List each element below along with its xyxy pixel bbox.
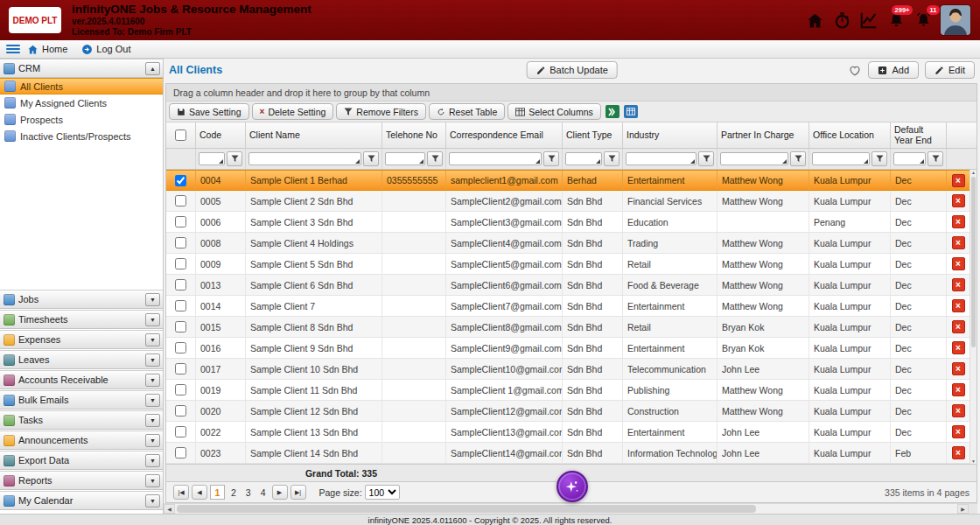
scroll-left-icon[interactable]: ◀ (164, 504, 175, 514)
delete-row-button[interactable]: × (952, 320, 965, 333)
column-header-name[interactable]: Client Name (246, 122, 382, 148)
table-row[interactable]: 0023Sample Client 14 Sdn BhdSampleClient… (166, 443, 976, 464)
filter-dropdown-icon[interactable] (219, 159, 223, 164)
column-header-partner[interactable]: Partner In Charge (718, 122, 809, 148)
row-checkbox[interactable] (175, 384, 186, 396)
row-checkbox[interactable] (175, 363, 186, 374)
row-checkbox[interactable] (175, 426, 186, 438)
excel-export-icon[interactable] (606, 105, 620, 118)
column-header-type[interactable]: Client Type (563, 122, 623, 148)
reset-table-button[interactable]: Reset Table (429, 103, 505, 120)
chevron-down-icon[interactable]: ▼ (145, 374, 160, 387)
sidebar-section-crm[interactable]: CRM ▲ (0, 59, 163, 78)
filter-dropdown-icon[interactable] (596, 159, 600, 164)
edit-button[interactable]: Edit (925, 61, 975, 79)
sidebar-item-prospects[interactable]: Prospects (0, 111, 163, 128)
sidebar-item-all-clients[interactable]: All Clients (0, 78, 163, 94)
table-row[interactable]: 0004Sample Client 1 Berhad0355555555samp… (166, 170, 976, 191)
row-checkbox[interactable] (175, 237, 186, 248)
table-row[interactable]: 0009Sample Client 5 Sdn BhdSampleClient5… (166, 254, 976, 275)
page-number-3[interactable]: 3 (242, 487, 255, 498)
sidebar-section-my-calendar[interactable]: My Calendar▼ (0, 491, 163, 510)
delete-row-button[interactable]: × (952, 425, 965, 438)
vertical-scrollbar[interactable]: ▲ ▼ (970, 170, 976, 464)
grid-export-icon[interactable] (624, 105, 638, 118)
page-size-select[interactable]: 100 (365, 485, 400, 500)
assistant-fab-button[interactable] (556, 471, 588, 502)
line-chart-icon[interactable] (858, 10, 879, 31)
scroll-down-icon[interactable]: ▼ (970, 458, 976, 464)
sidebar-section-timesheets[interactable]: Timesheets▼ (0, 310, 163, 329)
table-row[interactable]: 0008Sample Client 4 HoldingsSampleClient… (166, 233, 976, 254)
home-icon[interactable] (804, 10, 825, 31)
select-columns-button[interactable]: Select Columns (508, 103, 601, 120)
chevron-down-icon[interactable]: ▼ (145, 494, 160, 508)
filter-input-partner[interactable] (721, 153, 788, 164)
table-row[interactable]: 0017Sample Client 10 Sdn BhdSampleClient… (166, 359, 976, 380)
column-header-email[interactable]: Correspondence Email (446, 122, 563, 148)
chevron-down-icon[interactable]: ▼ (145, 434, 160, 447)
column-header-industry[interactable]: Industry (623, 122, 718, 148)
sidebar-section-bulk-emails[interactable]: Bulk Emails▼ (0, 390, 163, 410)
delete-row-button[interactable]: × (952, 215, 965, 228)
chevron-down-icon[interactable]: ▼ (145, 293, 160, 306)
delete-row-button[interactable]: × (952, 194, 965, 207)
filter-dropdown-icon[interactable] (864, 159, 868, 164)
row-checkbox[interactable] (175, 321, 186, 332)
filter-dropdown-icon[interactable] (690, 159, 695, 164)
chevron-down-icon[interactable]: ▼ (145, 394, 160, 407)
column-header-code[interactable]: Code (196, 122, 246, 148)
batch-update-button[interactable]: Batch Update (526, 61, 618, 79)
save-setting-button[interactable]: Save Setting (169, 103, 249, 120)
column-header-phone[interactable]: Telehone No (382, 122, 446, 148)
add-button[interactable]: Add (868, 61, 919, 79)
sidebar-section-tasks[interactable]: Tasks▼ (0, 410, 163, 430)
sidebar-section-export-data[interactable]: Export Data▼ (0, 451, 163, 470)
horizontal-scrollbar[interactable]: ◀ ▶ (164, 503, 977, 514)
filter-input-email[interactable] (450, 153, 541, 164)
group-drop-zone[interactable]: Drag a column header and drop it here to… (166, 84, 976, 102)
favorite-heart-icon[interactable] (848, 64, 862, 77)
chevron-down-icon[interactable]: ▼ (145, 333, 160, 346)
row-checkbox[interactable] (175, 195, 186, 206)
delete-row-button[interactable]: × (952, 362, 965, 375)
next-page-button[interactable]: ▶ (272, 485, 288, 500)
sidebar-item-inactive-clients-prospects[interactable]: Inactive Clients/Prospects (0, 128, 163, 144)
sidebar-section-expenses[interactable]: Expenses▼ (0, 330, 163, 349)
alerts-bell-icon[interactable]: 11 (913, 10, 934, 31)
filter-funnel-button[interactable] (427, 151, 443, 166)
chevron-down-icon[interactable]: ▼ (145, 414, 160, 427)
delete-row-button[interactable]: × (952, 278, 965, 291)
delete-row-button[interactable]: × (952, 236, 965, 249)
vertical-scroll-thumb[interactable] (971, 177, 976, 347)
remove-filters-button[interactable]: Remove Filters (336, 103, 426, 120)
chevron-down-icon[interactable]: ▼ (145, 474, 160, 487)
sidebar-section-announcements[interactable]: Announcements▼ (0, 430, 163, 450)
row-checkbox[interactable] (175, 342, 186, 354)
filter-dropdown-icon[interactable] (920, 159, 924, 164)
filter-funnel-button[interactable] (543, 151, 559, 166)
row-checkbox[interactable] (175, 405, 186, 416)
filter-dropdown-icon[interactable] (782, 159, 787, 164)
filter-funnel-button[interactable] (604, 151, 620, 166)
row-checkbox[interactable] (175, 300, 186, 312)
page-number-2[interactable]: 2 (228, 487, 240, 498)
delete-row-button[interactable]: × (952, 299, 965, 312)
table-row[interactable]: 0020Sample Client 12 Sdn BhdSampleClient… (166, 401, 976, 422)
first-page-button[interactable]: |◀ (173, 485, 189, 500)
column-header-office[interactable]: Office Location (809, 122, 891, 148)
filter-dropdown-icon[interactable] (419, 159, 424, 164)
delete-row-button[interactable]: × (952, 383, 965, 396)
filter-funnel-button[interactable] (872, 151, 887, 166)
chevron-down-icon[interactable]: ▼ (145, 354, 160, 367)
filter-dropdown-icon[interactable] (536, 159, 540, 164)
delete-row-button[interactable]: × (952, 257, 965, 270)
filter-funnel-button[interactable] (363, 151, 379, 166)
filter-dropdown-icon[interactable] (355, 159, 360, 164)
row-checkbox[interactable] (175, 175, 186, 186)
sidebar-item-my-assigned-clients[interactable]: My Assigned Clients (0, 94, 163, 111)
filter-input-name[interactable] (249, 153, 360, 164)
user-avatar[interactable] (940, 4, 971, 36)
nav-logout[interactable]: Log Out (81, 44, 130, 55)
filter-funnel-button[interactable] (698, 151, 714, 166)
